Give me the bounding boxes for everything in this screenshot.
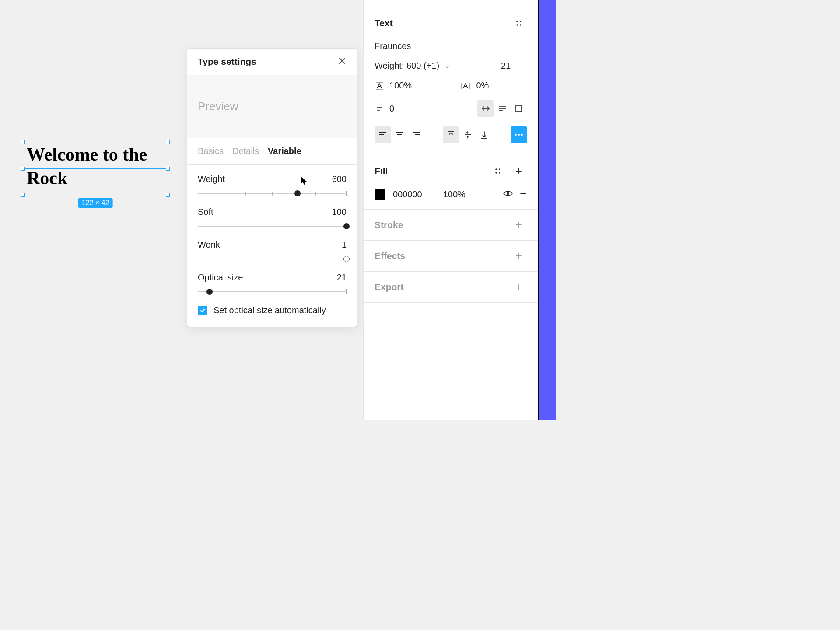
align-right-icon xyxy=(411,131,421,139)
auto-width-button[interactable] xyxy=(477,100,494,117)
slider-soft[interactable] xyxy=(198,223,346,229)
svg-point-11 xyxy=(499,172,500,174)
letter-spacing-icon xyxy=(460,81,471,91)
close-icon xyxy=(338,56,346,65)
toggle-visibility-button[interactable] xyxy=(503,189,513,199)
add-effect-button[interactable] xyxy=(511,248,527,264)
axis-weight-label: Weight xyxy=(198,174,225,184)
auto-height-button[interactable] xyxy=(494,100,511,117)
preview-label: Preview xyxy=(198,100,346,113)
minus-icon xyxy=(519,189,527,197)
fill-color-swatch[interactable] xyxy=(374,189,385,200)
font-family[interactable]: Fraunces xyxy=(374,41,527,51)
section-stroke-title: Stroke xyxy=(374,220,403,230)
tab-details[interactable]: Details xyxy=(232,146,259,156)
text-content[interactable]: Welcome to the Rock xyxy=(27,143,164,190)
tab-basics[interactable]: Basics xyxy=(198,146,224,156)
axis-wonk-value: 1 xyxy=(342,240,346,250)
plus-icon xyxy=(515,283,523,291)
resize-handle-top-left[interactable] xyxy=(21,140,25,144)
resize-handle-top-right[interactable] xyxy=(166,140,170,144)
section-text-title: Text xyxy=(374,18,393,28)
right-accent-strip xyxy=(538,0,556,420)
svg-point-1 xyxy=(520,21,522,22)
add-export-button[interactable] xyxy=(511,279,527,295)
selection-box[interactable]: Welcome to the Rock 122 × 42 xyxy=(23,142,168,195)
paragraph-spacing-value: 0 xyxy=(389,104,394,114)
resize-handle-mid-left[interactable] xyxy=(21,167,25,171)
more-icon xyxy=(514,133,524,136)
add-stroke-button[interactable] xyxy=(511,217,527,233)
canvas-selected-text[interactable]: Welcome to the Rock 122 × 42 xyxy=(23,142,168,195)
section-fill: Fill 000000 xyxy=(364,153,538,210)
align-left-icon xyxy=(378,131,388,139)
slider-weight[interactable] xyxy=(198,190,346,196)
add-fill-button[interactable] xyxy=(511,163,527,179)
svg-point-10 xyxy=(495,172,497,174)
letter-spacing-field[interactable]: 0% xyxy=(460,80,528,91)
section-stroke: Stroke xyxy=(364,210,538,241)
axis-wonk-label: Wonk xyxy=(198,240,220,250)
four-dots-icon xyxy=(494,168,501,175)
svg-point-5 xyxy=(515,134,517,136)
plus-icon xyxy=(515,252,523,260)
letter-spacing-value: 0% xyxy=(476,80,489,91)
tabs: Basics Details Variable xyxy=(187,138,357,164)
resize-handle-bottom-left[interactable] xyxy=(21,193,25,197)
font-weight-field[interactable]: Weight: 600 (+1) xyxy=(374,61,483,71)
checkbox-optical-auto-label: Set optical size automatically xyxy=(214,305,326,315)
cursor-icon xyxy=(300,176,308,186)
align-right-button[interactable] xyxy=(408,126,424,143)
axis-weight: Weight 600 xyxy=(198,174,346,196)
axis-soft-value: 100 xyxy=(332,207,346,217)
resize-handle-bottom-right[interactable] xyxy=(166,193,170,197)
axis-soft: Soft 100 xyxy=(198,207,346,229)
plus-icon xyxy=(515,167,523,175)
font-size-field[interactable]: 21 xyxy=(501,61,527,71)
checkbox-optical-auto[interactable] xyxy=(198,306,207,315)
align-middle-button[interactable] xyxy=(459,126,476,143)
fill-hex[interactable]: 000000 xyxy=(393,189,422,200)
text-styles-button[interactable] xyxy=(511,15,527,32)
type-settings-button[interactable] xyxy=(511,126,527,143)
optical-auto-row[interactable]: Set optical size automatically xyxy=(198,305,346,315)
axis-optical-size: Optical size 21 xyxy=(198,273,346,295)
svg-rect-4 xyxy=(516,105,522,112)
paragraph-spacing-field[interactable]: 0 xyxy=(374,104,460,114)
text-resize-group xyxy=(477,100,527,117)
fixed-size-button[interactable] xyxy=(511,100,527,117)
svg-point-12 xyxy=(507,192,509,195)
remove-fill-button[interactable] xyxy=(519,189,527,199)
close-button[interactable] xyxy=(338,56,346,67)
axis-optical-label: Optical size xyxy=(198,273,243,283)
section-fill-title: Fill xyxy=(374,166,388,176)
slider-wonk[interactable] xyxy=(198,256,346,262)
section-effects-title: Effects xyxy=(374,251,405,261)
inspector-panel: Text Fraunces Weight: 600 (+1) 21 xyxy=(363,0,538,420)
dimensions-badge: 122 × 42 xyxy=(78,198,113,208)
modal-header: Type settings xyxy=(187,49,357,75)
slider-optical[interactable] xyxy=(198,289,346,295)
fill-opacity[interactable]: 100% xyxy=(443,189,466,200)
align-bottom-button[interactable] xyxy=(476,126,493,143)
fill-row[interactable]: 000000 100% xyxy=(374,189,527,200)
paragraph-spacing-icon xyxy=(374,104,384,113)
resize-handle-mid-right[interactable] xyxy=(166,167,170,171)
axis-weight-value: 600 xyxy=(332,174,346,184)
auto-width-icon xyxy=(480,105,491,112)
eye-icon xyxy=(503,189,513,197)
align-left-button[interactable] xyxy=(374,126,391,143)
section-export-title: Export xyxy=(374,282,404,292)
line-height-field[interactable]: 100% xyxy=(374,80,442,91)
tab-variable[interactable]: Variable xyxy=(268,146,301,156)
align-center-button[interactable] xyxy=(391,126,408,143)
svg-point-6 xyxy=(518,134,520,136)
type-settings-modal: Type settings Preview Basics Details Var… xyxy=(187,48,357,327)
font-size-value: 21 xyxy=(501,61,511,71)
svg-point-8 xyxy=(495,168,497,170)
font-weight-value: Weight: 600 (+1) xyxy=(374,61,439,71)
fill-styles-button[interactable] xyxy=(490,163,506,179)
horizontal-align-group xyxy=(374,126,424,143)
align-top-icon xyxy=(447,130,455,140)
align-top-button[interactable] xyxy=(443,126,459,143)
